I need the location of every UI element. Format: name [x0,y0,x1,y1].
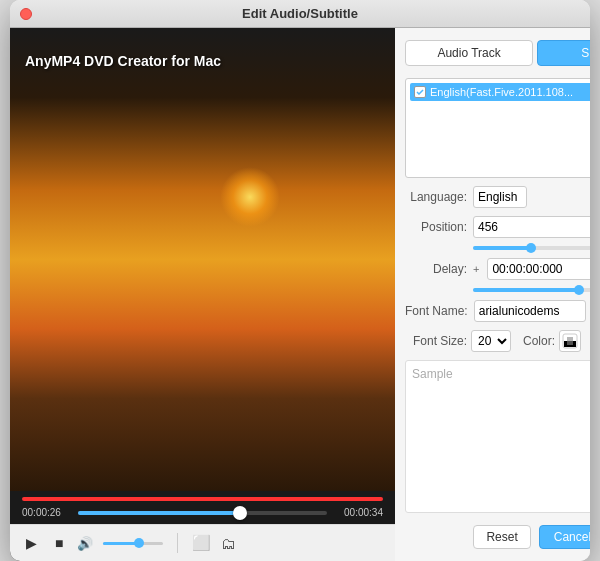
main-window: Edit Audio/Subtitle AnyMP4 DVD Creator f… [10,0,590,561]
font-name-select-wrapper: arialunicodems Arial Times New Roman [474,300,590,322]
volume-track[interactable] [103,542,163,545]
tab-row: Audio Track Subtitle [405,40,590,66]
tab-subtitle[interactable]: Subtitle [537,40,590,66]
sample-label: Sample [412,367,453,381]
position-slider-row [405,246,590,250]
font-name-label: Font Name: [405,304,468,318]
timeline-bar: 00:00:26 00:00:34 [10,491,395,524]
window-title: Edit Audio/Subtitle [242,6,358,21]
subtitle-list-area: English(Fast.Five.2011.108... + × ↑ ↓ [405,78,590,178]
position-label: Position: [405,220,467,234]
tab-audio-track[interactable]: Audio Track [405,40,533,66]
volume-thumb[interactable] [134,538,144,548]
delay-plus-sign: + [473,263,479,275]
subtitle-item-label: English(Fast.Five.2011.108... [430,86,573,98]
controls-divider [177,533,178,553]
list-item[interactable]: English(Fast.Five.2011.108... [410,83,590,101]
position-row: Position: ▲ ▼ [405,216,590,238]
delay-slider-fill [473,288,579,292]
time-total: 00:00:34 [333,507,383,518]
language-select[interactable]: English French Spanish [473,186,527,208]
font-name-select[interactable]: arialunicodems Arial Times New Roman [474,300,586,322]
sun-glow [220,167,280,227]
cancel-button[interactable]: Cancel [539,525,590,549]
seek-track[interactable] [78,511,327,515]
video-panel: AnyMP4 DVD Creator for Mac 00:00:26 00:0… [10,28,395,561]
svg-rect-3 [567,337,573,345]
position-slider-track[interactable] [473,246,590,250]
play-button[interactable]: ▶ [22,533,41,553]
position-slider-fill [473,246,531,250]
content-area: AnyMP4 DVD Creator for Mac 00:00:26 00:0… [10,28,590,561]
seek-fill [78,511,240,515]
subtitle-checkbox[interactable] [414,86,426,98]
folder-icon[interactable]: 🗂 [221,535,236,552]
subtitle-list: English(Fast.Five.2011.108... [410,83,590,173]
stop-button[interactable]: ■ [51,533,67,553]
video-background: AnyMP4 DVD Creator for Mac [10,28,395,491]
font-size-select[interactable]: 20 12 14 16 18 24 [471,330,511,352]
seek-thumb[interactable] [233,506,247,520]
progress-track [22,497,383,501]
delay-slider-thumb[interactable] [574,285,584,295]
volume-icon: 🔊 [77,536,93,551]
font-size-label: Font Size: [405,334,467,348]
position-input[interactable] [473,216,590,238]
delay-row: Delay: + ▲ ▼ [405,258,590,280]
color-label: Color: [523,334,555,348]
language-select-wrapper: English French Spanish [473,186,590,208]
font-name-row: Font Name: arialunicodems Arial Times Ne… [405,300,590,322]
delay-input[interactable] [487,258,590,280]
right-panel: Audio Track Subtitle English(Fast.Five.2… [395,28,590,561]
time-row: 00:00:26 00:00:34 [22,507,383,518]
color-picker-button[interactable] [559,330,581,352]
bottom-row: Reset Cancel OK [405,525,590,549]
video-overlay-text: AnyMP4 DVD Creator for Mac [25,53,221,69]
screenshot-icon[interactable]: ⬜ [192,534,211,552]
titlebar: Edit Audio/Subtitle [10,0,590,28]
delay-slider-row [405,288,590,292]
controls-row: ▶ ■ 🔊 ⬜ 🗂 [10,524,395,561]
position-slider-thumb[interactable] [526,243,536,253]
time-current: 00:00:26 [22,507,72,518]
language-row: Language: English French Spanish [405,186,590,208]
language-label: Language: [405,190,467,204]
sample-box: Sample [405,360,590,513]
delay-label: Delay: [405,262,467,276]
reset-button[interactable]: Reset [473,525,530,549]
close-button[interactable] [20,8,32,20]
delay-slider-track[interactable] [473,288,590,292]
font-size-row: Font Size: 20 12 14 16 18 24 Color: [405,330,590,352]
video-area: AnyMP4 DVD Creator for Mac [10,28,395,491]
